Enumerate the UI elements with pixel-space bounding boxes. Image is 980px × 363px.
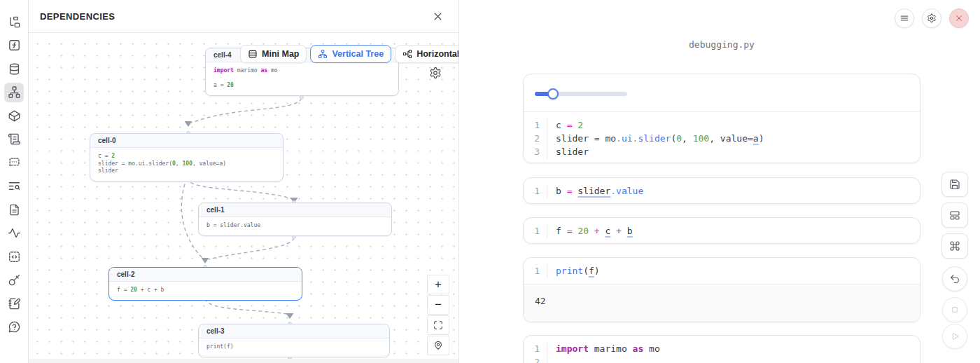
sidebar-item-logs[interactable]	[4, 130, 24, 149]
save-button[interactable]	[941, 172, 968, 197]
slider-knob[interactable]	[547, 88, 559, 100]
dependencies-header: DEPENDENCIES	[29, 0, 458, 33]
dependencies-panel: cell-4 import marimo as mo a = 20 cell-0…	[29, 0, 459, 363]
app-window: cell-4 import marimo as mo a = 20 cell-0…	[0, 0, 980, 363]
horizontal-tree-icon	[402, 49, 412, 59]
sidebar-item-help[interactable]	[4, 317, 24, 337]
close-icon	[433, 11, 443, 22]
zoom-in-button[interactable]: +	[427, 275, 449, 294]
hamburger-menu-icon	[899, 13, 909, 23]
sidebar-item-documentation[interactable]	[4, 200, 24, 219]
sidebar-item-scratchpad[interactable]	[4, 177, 24, 196]
code-editor[interactable]: 1b = slider.value	[524, 178, 920, 204]
layout-panels-icon	[949, 210, 960, 221]
graph-node-cell-2[interactable]: cell-2 f = 20 + c + b	[108, 267, 302, 301]
code-editor[interactable]: 1f = 20 + c + b	[524, 218, 920, 244]
vertical-tree-button[interactable]: Vertical Tree	[310, 45, 391, 63]
horizontal-scrollbar[interactable]	[29, 359, 458, 363]
locate-button[interactable]	[427, 336, 449, 355]
sidebar-item-files[interactable]	[4, 12, 24, 32]
notebook-pen-icon	[8, 297, 21, 310]
sidebar-item-snippets[interactable]	[4, 247, 24, 266]
sidebar-item-secrets[interactable]	[4, 270, 24, 290]
shutdown-button[interactable]	[949, 8, 969, 28]
graph-node-cell-3[interactable]: cell-3 print(f)	[198, 324, 390, 357]
keyboard-shortcuts-button[interactable]	[941, 233, 968, 259]
sidebar-item-packages[interactable]	[4, 106, 24, 125]
code-editor[interactable]: 1print(f)	[524, 258, 920, 284]
notebook-cell[interactable]: 1b = slider.value	[523, 177, 920, 204]
database-icon	[8, 62, 21, 76]
notebook-cell[interactable]: 1import marimo as mo2	[523, 335, 920, 363]
tree-structure-icon	[8, 15, 21, 29]
layout-button[interactable]	[941, 203, 968, 228]
list-search-icon	[8, 179, 21, 193]
panel-title: DEPENDENCIES	[40, 11, 115, 22]
notebook-menu-button[interactable]	[895, 8, 914, 28]
graph-node-title: cell-1	[199, 203, 391, 217]
notebook-filename: debugging.py	[523, 39, 920, 50]
cell-output-text: 42	[524, 284, 920, 322]
fullscreen-icon	[433, 320, 443, 330]
graph-node-title: cell-2	[109, 268, 302, 282]
fit-view-button[interactable]	[427, 315, 449, 335]
scroll-icon	[8, 132, 21, 146]
gear-icon	[927, 13, 937, 23]
graph-node-cell-1[interactable]: cell-1 b = slider.value	[198, 203, 392, 236]
graph-node-cell-0[interactable]: cell-0 c = 2slider = mo.ui.slider(0, 100…	[90, 133, 284, 182]
graph-node-title: cell-3	[199, 324, 389, 338]
stop-button[interactable]	[942, 297, 967, 322]
graph-node-title: cell-0	[90, 134, 283, 148]
graph-settings-button[interactable]	[429, 67, 443, 81]
close-icon	[954, 13, 964, 23]
notebook-cell[interactable]: 1f = 20 + c + b	[523, 217, 920, 244]
function-square-icon	[8, 39, 21, 52]
vertical-tree-icon	[318, 49, 328, 59]
undo-button[interactable]	[942, 266, 967, 292]
document-icon	[8, 203, 21, 217]
mini-map-button[interactable]: Mini Map	[240, 45, 307, 63]
rows-icon	[248, 49, 258, 59]
slider-widget[interactable]	[535, 91, 627, 97]
code-box-icon	[8, 250, 21, 263]
zoom-out-button[interactable]: −	[427, 295, 449, 315]
sidebar-item-datasources[interactable]	[4, 59, 24, 78]
graph-zoom-controls: + −	[427, 275, 449, 355]
code-editor[interactable]: 1c = 22slider = mo.ui.slider(0, 100, val…	[524, 112, 920, 163]
notebook-settings-button[interactable]	[922, 8, 941, 28]
sidebar-item-notebook[interactable]	[4, 294, 24, 313]
gear-icon	[429, 67, 442, 79]
command-icon	[949, 240, 960, 252]
activity-icon	[8, 226, 21, 240]
map-pin-icon	[433, 341, 443, 350]
key-icon	[8, 273, 21, 287]
play-icon	[949, 331, 960, 342]
sidebar-item-dependencies[interactable]	[4, 83, 24, 102]
network-graph-icon	[8, 85, 21, 99]
run-button[interactable]	[942, 324, 967, 349]
tool-sidebar	[0, 0, 29, 363]
close-panel-button[interactable]	[430, 9, 444, 23]
undo-icon	[949, 273, 960, 285]
stop-icon	[949, 304, 960, 315]
horizontal-tree-button[interactable]: Horizontal Tree	[395, 45, 459, 63]
notebook-cell[interactable]: 1c = 22slider = mo.ui.slider(0, 100, val…	[523, 74, 920, 163]
code-editor[interactable]: 1import marimo as mo2	[524, 336, 920, 363]
sidebar-item-tracebacks[interactable]	[4, 224, 24, 243]
graph-view-toolbar: Mini Map Vertical Tree Horizontal Tree	[240, 45, 459, 63]
sidebar-item-variables[interactable]	[4, 36, 24, 55]
notebook-cell[interactable]: 1print(f) 42	[523, 257, 920, 322]
save-icon	[949, 179, 960, 190]
chat-bubble-icon	[8, 156, 21, 170]
cube-icon	[8, 109, 21, 123]
cell-output-slider	[524, 74, 920, 112]
sidebar-item-chat[interactable]	[4, 153, 24, 172]
help-circle-icon	[8, 320, 21, 334]
